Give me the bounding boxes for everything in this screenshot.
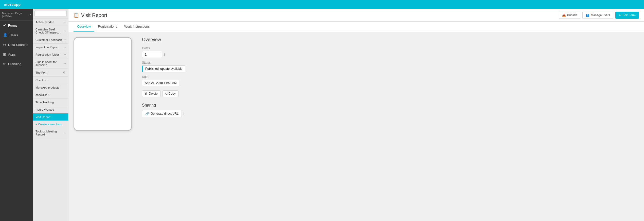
chevron-down-icon: ▾ — [64, 30, 66, 32]
form-item-label: Customer Feedback — [35, 38, 62, 41]
create-new-form-link[interactable]: + Create a new form — [33, 121, 68, 128]
manage-users-icon: 👥 — [586, 13, 589, 17]
status-value: Published, update available — [145, 67, 183, 71]
edit-form-button[interactable]: ✏ Edit Form — [615, 12, 639, 19]
copy-button[interactable]: ⧉ Copy — [163, 90, 178, 97]
user-caret-icon: ▾ — [30, 13, 31, 16]
costs-value: 1 — [142, 51, 162, 58]
header-actions: 📤 Publish 👥 Manage users ✏ Edit Form — [559, 12, 639, 19]
main-layout: Mahamed Degal (45394) ▾ ✔ Forms 👤 Users … — [0, 9, 644, 221]
costs-field: 1 ℹ — [142, 51, 269, 58]
sidebar-item-data-sources-label: Data Sources — [8, 43, 28, 47]
form-item-label: Visit Report — [35, 115, 50, 118]
sidebar-item-apps[interactable]: ⊞ Apps — [0, 49, 33, 59]
publish-button[interactable]: 📤 Publish — [559, 12, 580, 19]
tab-registrations[interactable]: Registrations — [94, 22, 121, 32]
copy-icon: ⧉ — [165, 92, 168, 95]
form-item-label: Toolbox Meeting Record — [35, 130, 64, 136]
document-icon: 📋 — [74, 12, 79, 18]
list-item[interactable]: Inspection Report ▾ — [33, 44, 68, 51]
forms-icon: ✔ — [3, 23, 6, 27]
overview-panel: Overview Costs 1 ℹ Status Published, upd… — [142, 37, 269, 216]
list-item[interactable]: Checklist — [33, 77, 68, 84]
search-input[interactable] — [34, 11, 67, 17]
forms-panel: Action needed ▾ Canadian Beef Check-Off … — [33, 9, 68, 221]
overview-section-title: Overview — [142, 37, 269, 42]
list-item[interactable]: MoreApp products — [33, 84, 68, 91]
branding-icon: ✏ — [3, 62, 6, 66]
list-item[interactable]: Registration folder ▾ — [33, 51, 68, 58]
user-area[interactable]: Mahamed Degal (45394) ▾ — [0, 9, 33, 21]
forms-search-container — [33, 9, 68, 19]
gear-icon: ⚙ — [63, 71, 66, 74]
manage-users-button[interactable]: 👥 Manage users — [582, 12, 613, 19]
list-item[interactable]: Time Tracking — [33, 99, 68, 106]
date-value: Sep 24, 2018 11:52 AM — [142, 80, 179, 86]
action-buttons: 🗑 Delete ⧉ Copy — [142, 90, 269, 97]
status-label: Status — [142, 61, 269, 64]
sidebar-item-apps-label: Apps — [8, 53, 16, 56]
copy-label: Copy — [169, 92, 176, 95]
manage-users-label: Manage users — [591, 13, 610, 17]
form-item-label: Inspection Report — [35, 46, 58, 49]
list-item[interactable]: Canadian Beef Check-Off Inspec... ▾ — [33, 26, 68, 36]
content-header: 📋 Visit Report 📤 Publish 👥 Manage users … — [68, 9, 644, 22]
sidebar-item-users-label: Users — [9, 33, 18, 37]
chevron-down-icon: ▾ — [64, 53, 66, 56]
user-name: Mahamed Degal (45394) — [2, 12, 29, 18]
edit-icon: ✏ — [619, 13, 621, 17]
form-preview — [74, 37, 132, 131]
list-item[interactable]: Customer Feedback ▾ — [33, 36, 68, 44]
list-item[interactable]: Visit Report — [33, 113, 68, 121]
sidebar-item-forms[interactable]: ✔ Forms — [0, 21, 33, 30]
list-item[interactable]: The Form ⚙ — [33, 69, 68, 77]
form-item-label: Time Tracking — [35, 101, 54, 104]
sidebar-item-data-sources[interactable]: ⊙ Data Sources — [0, 40, 33, 49]
tabs: Overview Registrations Work Instructions — [68, 22, 644, 32]
users-icon: 👤 — [3, 33, 7, 37]
chevron-down-icon: ▾ — [64, 39, 66, 41]
tab-overview[interactable]: Overview — [74, 22, 94, 32]
topbar: moreapp — [0, 0, 644, 9]
delete-button[interactable]: 🗑 Delete — [142, 90, 160, 97]
form-item-label: checklist 2 — [35, 93, 49, 96]
date-label: Date — [142, 75, 269, 79]
publish-label: Publish — [567, 13, 577, 17]
chevron-down-icon: ▾ — [64, 21, 66, 24]
list-item[interactable]: checklist 2 — [33, 91, 68, 99]
generate-url-label: Generate direct URL — [151, 112, 178, 115]
form-item-label: Canadian Beef Check-Off Inspec... — [35, 28, 64, 34]
sidebar: Mahamed Degal (45394) ▾ ✔ Forms 👤 Users … — [0, 9, 33, 221]
form-item-label: MoreApp products — [35, 86, 59, 89]
list-item[interactable]: Action needed ▾ — [33, 19, 68, 26]
form-item-label: Sign in sheet for sunshine — [35, 60, 64, 66]
chevron-down-icon: ▾ — [64, 46, 66, 49]
edit-form-label: Edit Form — [622, 13, 636, 17]
content-area: 📋 Visit Report 📤 Publish 👥 Manage users … — [68, 9, 644, 221]
sidebar-item-branding[interactable]: ✏ Branding — [0, 59, 33, 69]
chevron-down-icon: ▾ — [64, 62, 66, 65]
list-item[interactable]: Sign in sheet for sunshine ▾ — [33, 58, 68, 69]
logo: moreapp — [4, 3, 21, 7]
form-item-label: The Form — [35, 71, 48, 74]
apps-icon: ⊞ — [3, 52, 6, 56]
content-body: Overview Costs 1 ℹ Status Published, upd… — [68, 32, 644, 221]
tab-work-instructions[interactable]: Work Instructions — [121, 22, 153, 32]
generate-url-button[interactable]: 🔗 Generate direct URL — [142, 110, 182, 117]
sharing-info-icon[interactable]: ℹ — [183, 112, 185, 116]
delete-label: Delete — [149, 92, 158, 95]
chevron-down-icon: ▾ — [64, 132, 66, 134]
page-title-area: 📋 Visit Report — [74, 12, 107, 18]
sidebar-item-forms-label: Forms — [8, 24, 17, 27]
data-sources-icon: ⊙ — [3, 43, 6, 47]
sidebar-item-users[interactable]: 👤 Users — [0, 30, 33, 40]
form-preview-container — [74, 37, 134, 216]
trash-icon: 🗑 — [145, 92, 148, 95]
status-badge: Published, update available — [142, 65, 185, 72]
list-item[interactable]: Hours Worked — [33, 106, 68, 113]
sharing-section-title: Sharing — [142, 103, 269, 108]
list-item[interactable]: Toolbox Meeting Record ▾ — [33, 128, 68, 138]
info-icon[interactable]: ℹ — [164, 53, 165, 56]
sharing-row: 🔗 Generate direct URL ℹ — [142, 110, 269, 117]
publish-icon: 📤 — [562, 13, 566, 17]
